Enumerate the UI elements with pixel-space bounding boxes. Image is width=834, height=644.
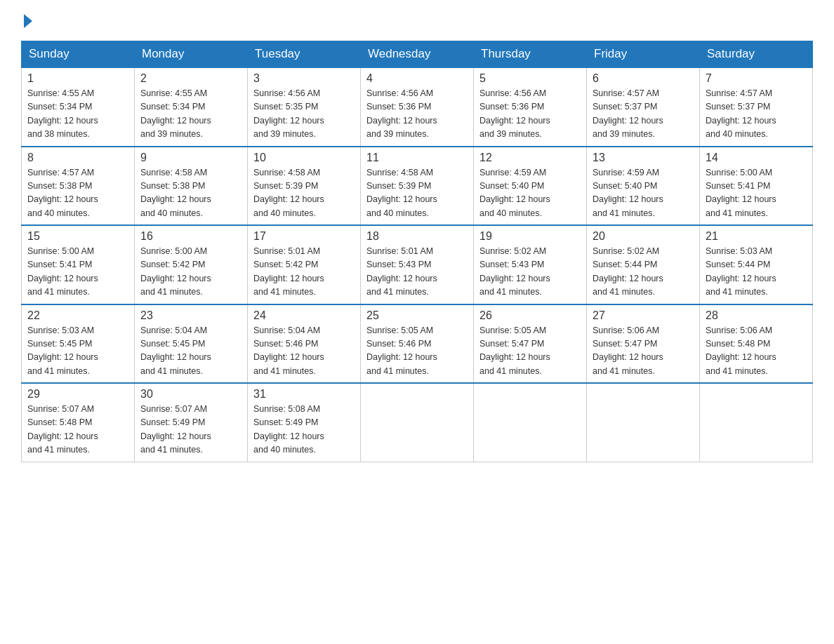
day-number: 1 bbox=[27, 72, 128, 85]
day-cell-27: 27Sunrise: 5:06 AMSunset: 5:47 PMDayligh… bbox=[587, 304, 700, 384]
day-number: 26 bbox=[479, 309, 581, 322]
day-number: 23 bbox=[140, 309, 241, 322]
day-number: 16 bbox=[140, 230, 241, 243]
day-info: Sunrise: 4:57 AMSunset: 5:37 PMDaylight:… bbox=[593, 87, 694, 142]
week-row-1: 1Sunrise: 4:55 AMSunset: 5:34 PMDaylight… bbox=[22, 67, 813, 147]
day-info: Sunrise: 4:56 AMSunset: 5:36 PMDaylight:… bbox=[479, 87, 581, 142]
day-info: Sunrise: 4:56 AMSunset: 5:36 PMDaylight:… bbox=[366, 87, 468, 142]
day-number: 25 bbox=[366, 309, 468, 322]
day-cell-26: 26Sunrise: 5:05 AMSunset: 5:47 PMDayligh… bbox=[474, 304, 587, 384]
day-number: 29 bbox=[27, 388, 128, 401]
day-info: Sunrise: 5:06 AMSunset: 5:48 PMDaylight:… bbox=[706, 324, 807, 379]
calendar-header-row: SundayMondayTuesdayWednesdayThursdayFrid… bbox=[22, 41, 813, 68]
empty-cell bbox=[474, 383, 587, 462]
day-number: 2 bbox=[140, 72, 241, 85]
day-number: 8 bbox=[27, 152, 128, 164]
logo-triangle-icon bbox=[24, 14, 32, 28]
day-cell-18: 18Sunrise: 5:01 AMSunset: 5:43 PMDayligh… bbox=[361, 225, 474, 304]
day-info: Sunrise: 5:02 AMSunset: 5:44 PMDaylight:… bbox=[593, 245, 694, 300]
day-number: 18 bbox=[366, 230, 468, 243]
header-friday: Friday bbox=[587, 41, 700, 68]
day-cell-29: 29Sunrise: 5:07 AMSunset: 5:48 PMDayligh… bbox=[22, 383, 135, 462]
header-monday: Monday bbox=[135, 41, 248, 68]
day-info: Sunrise: 5:05 AMSunset: 5:46 PMDaylight:… bbox=[366, 324, 468, 379]
week-row-4: 22Sunrise: 5:03 AMSunset: 5:45 PMDayligh… bbox=[22, 304, 813, 384]
day-cell-24: 24Sunrise: 5:04 AMSunset: 5:46 PMDayligh… bbox=[248, 304, 361, 384]
day-number: 24 bbox=[253, 309, 355, 322]
day-info: Sunrise: 5:06 AMSunset: 5:47 PMDaylight:… bbox=[593, 324, 694, 379]
logo-blue-text bbox=[21, 14, 32, 28]
week-row-3: 15Sunrise: 5:00 AMSunset: 5:41 PMDayligh… bbox=[22, 225, 813, 304]
day-cell-19: 19Sunrise: 5:02 AMSunset: 5:43 PMDayligh… bbox=[474, 225, 587, 304]
day-cell-23: 23Sunrise: 5:04 AMSunset: 5:45 PMDayligh… bbox=[135, 304, 248, 384]
day-info: Sunrise: 5:08 AMSunset: 5:49 PMDaylight:… bbox=[253, 403, 355, 457]
day-info: Sunrise: 5:00 AMSunset: 5:41 PMDaylight:… bbox=[27, 245, 128, 300]
day-cell-15: 15Sunrise: 5:00 AMSunset: 5:41 PMDayligh… bbox=[22, 225, 135, 304]
day-cell-25: 25Sunrise: 5:05 AMSunset: 5:46 PMDayligh… bbox=[361, 304, 474, 384]
day-number: 27 bbox=[593, 309, 694, 322]
header-saturday: Saturday bbox=[700, 41, 813, 68]
day-info: Sunrise: 5:07 AMSunset: 5:48 PMDaylight:… bbox=[27, 403, 128, 457]
day-info: Sunrise: 5:00 AMSunset: 5:42 PMDaylight:… bbox=[140, 245, 241, 300]
day-number: 31 bbox=[253, 388, 355, 401]
day-number: 9 bbox=[140, 152, 241, 164]
day-number: 12 bbox=[479, 152, 581, 164]
day-cell-21: 21Sunrise: 5:03 AMSunset: 5:44 PMDayligh… bbox=[700, 225, 813, 304]
day-number: 7 bbox=[706, 72, 807, 85]
day-cell-13: 13Sunrise: 4:59 AMSunset: 5:40 PMDayligh… bbox=[587, 147, 700, 226]
day-info: Sunrise: 4:55 AMSunset: 5:34 PMDaylight:… bbox=[140, 87, 241, 142]
day-cell-20: 20Sunrise: 5:02 AMSunset: 5:44 PMDayligh… bbox=[587, 225, 700, 304]
header-tuesday: Tuesday bbox=[248, 41, 361, 68]
day-info: Sunrise: 5:04 AMSunset: 5:45 PMDaylight:… bbox=[140, 324, 241, 379]
day-info: Sunrise: 5:01 AMSunset: 5:43 PMDaylight:… bbox=[366, 245, 468, 300]
day-cell-9: 9Sunrise: 4:58 AMSunset: 5:38 PMDaylight… bbox=[135, 147, 248, 226]
day-cell-2: 2Sunrise: 4:55 AMSunset: 5:34 PMDaylight… bbox=[135, 67, 248, 147]
day-number: 6 bbox=[593, 72, 694, 85]
empty-cell bbox=[587, 383, 700, 462]
day-number: 19 bbox=[479, 230, 581, 243]
day-number: 17 bbox=[253, 230, 355, 243]
day-cell-16: 16Sunrise: 5:00 AMSunset: 5:42 PMDayligh… bbox=[135, 225, 248, 304]
day-cell-1: 1Sunrise: 4:55 AMSunset: 5:34 PMDaylight… bbox=[22, 67, 135, 147]
day-number: 30 bbox=[140, 388, 241, 401]
day-cell-12: 12Sunrise: 4:59 AMSunset: 5:40 PMDayligh… bbox=[474, 147, 587, 226]
day-cell-14: 14Sunrise: 5:00 AMSunset: 5:41 PMDayligh… bbox=[700, 147, 813, 226]
day-number: 11 bbox=[366, 152, 468, 164]
day-cell-8: 8Sunrise: 4:57 AMSunset: 5:38 PMDaylight… bbox=[22, 147, 135, 226]
day-number: 14 bbox=[706, 152, 807, 164]
day-cell-11: 11Sunrise: 4:58 AMSunset: 5:39 PMDayligh… bbox=[361, 147, 474, 226]
week-row-2: 8Sunrise: 4:57 AMSunset: 5:38 PMDaylight… bbox=[22, 147, 813, 226]
day-info: Sunrise: 4:59 AMSunset: 5:40 PMDaylight:… bbox=[593, 166, 694, 221]
day-cell-5: 5Sunrise: 4:56 AMSunset: 5:36 PMDaylight… bbox=[474, 67, 587, 147]
day-info: Sunrise: 4:56 AMSunset: 5:35 PMDaylight:… bbox=[253, 87, 355, 142]
day-number: 10 bbox=[253, 152, 355, 164]
day-cell-3: 3Sunrise: 4:56 AMSunset: 5:35 PMDaylight… bbox=[248, 67, 361, 147]
day-info: Sunrise: 4:59 AMSunset: 5:40 PMDaylight:… bbox=[479, 166, 581, 221]
day-info: Sunrise: 5:00 AMSunset: 5:41 PMDaylight:… bbox=[706, 166, 807, 221]
day-number: 20 bbox=[593, 230, 694, 243]
day-info: Sunrise: 4:55 AMSunset: 5:34 PMDaylight:… bbox=[27, 87, 128, 142]
calendar-table: SundayMondayTuesdayWednesdayThursdayFrid… bbox=[21, 41, 813, 462]
empty-cell bbox=[361, 383, 474, 462]
day-cell-22: 22Sunrise: 5:03 AMSunset: 5:45 PMDayligh… bbox=[22, 304, 135, 384]
day-info: Sunrise: 4:57 AMSunset: 5:37 PMDaylight:… bbox=[706, 87, 807, 142]
header-thursday: Thursday bbox=[474, 41, 587, 68]
day-info: Sunrise: 4:58 AMSunset: 5:39 PMDaylight:… bbox=[253, 166, 355, 221]
header-sunday: Sunday bbox=[22, 41, 135, 68]
day-info: Sunrise: 5:07 AMSunset: 5:49 PMDaylight:… bbox=[140, 403, 241, 457]
day-info: Sunrise: 4:58 AMSunset: 5:39 PMDaylight:… bbox=[366, 166, 468, 221]
day-info: Sunrise: 5:03 AMSunset: 5:44 PMDaylight:… bbox=[706, 245, 807, 300]
day-cell-30: 30Sunrise: 5:07 AMSunset: 5:49 PMDayligh… bbox=[135, 383, 248, 462]
day-number: 22 bbox=[27, 309, 128, 322]
day-number: 21 bbox=[706, 230, 807, 243]
day-number: 13 bbox=[593, 152, 694, 164]
day-cell-10: 10Sunrise: 4:58 AMSunset: 5:39 PMDayligh… bbox=[248, 147, 361, 226]
day-info: Sunrise: 5:04 AMSunset: 5:46 PMDaylight:… bbox=[253, 324, 355, 379]
day-info: Sunrise: 4:57 AMSunset: 5:38 PMDaylight:… bbox=[27, 166, 128, 221]
day-number: 5 bbox=[479, 72, 581, 85]
header-wednesday: Wednesday bbox=[361, 41, 474, 68]
day-cell-6: 6Sunrise: 4:57 AMSunset: 5:37 PMDaylight… bbox=[587, 67, 700, 147]
day-number: 15 bbox=[27, 230, 128, 243]
day-info: Sunrise: 5:01 AMSunset: 5:42 PMDaylight:… bbox=[253, 245, 355, 300]
day-number: 4 bbox=[366, 72, 468, 85]
